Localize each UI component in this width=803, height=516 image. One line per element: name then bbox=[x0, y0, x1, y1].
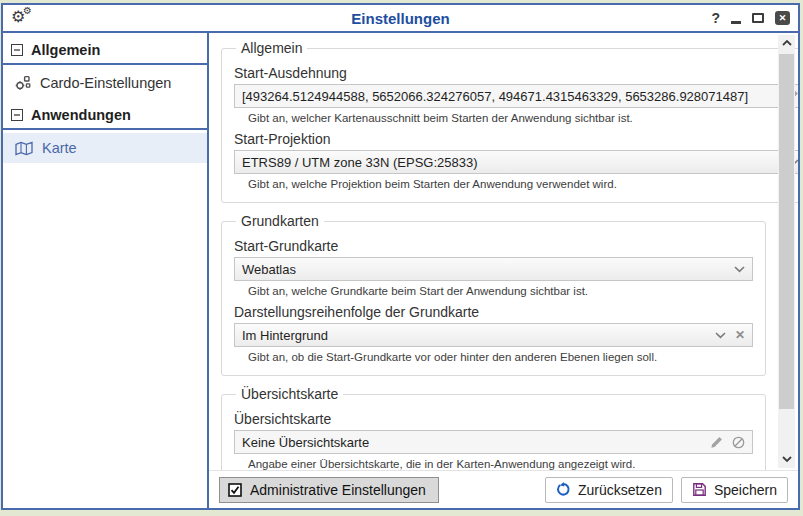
section-legend: Grundkarten bbox=[236, 214, 324, 229]
map-icon bbox=[15, 141, 33, 156]
close-icon: ✕ bbox=[779, 13, 787, 23]
undo-arrow-icon bbox=[556, 482, 571, 497]
field-label-start-ausdehnung: Start-Ausdehnung bbox=[234, 65, 798, 81]
collapse-minus-icon[interactable] bbox=[11, 109, 23, 121]
section-legend: Allgemein bbox=[236, 41, 307, 56]
field-help: Gibt an, welcher Kartenausschnitt beim S… bbox=[248, 112, 798, 124]
sidebar-group-allgemein[interactable]: Allgemein bbox=[3, 36, 207, 65]
field-help: Gibt an, welche Projektion beim Starten … bbox=[248, 178, 798, 190]
field-value: Keine Übersichtskarte bbox=[242, 435, 369, 450]
settings-dialog: ⚙ ⚙ Einstellungen ? ✕ Allgemein bbox=[1, 3, 800, 510]
field-label-start-grundkarte: Start-Grundkarte bbox=[234, 238, 753, 254]
sidebar-item-karte[interactable]: Karte bbox=[3, 133, 207, 163]
toggle-label: Administrative Einstellungen bbox=[250, 482, 426, 498]
chevron-down-icon[interactable] bbox=[715, 332, 726, 339]
field-help: Gibt an, ob die Start-Grundkarte vor ode… bbox=[248, 351, 753, 363]
start-grundkarte-dropdown[interactable]: Webatlas bbox=[234, 257, 753, 281]
scrollbar-thumb[interactable] bbox=[779, 54, 794, 409]
gears-branch-icon bbox=[15, 75, 31, 91]
field-value: [493264.5124944588, 5652066.324276057, 4… bbox=[242, 89, 748, 104]
minimize-button[interactable] bbox=[731, 21, 741, 24]
scroll-down-button[interactable] bbox=[778, 451, 795, 467]
chevron-up-icon bbox=[782, 40, 792, 46]
section-allgemein: Allgemein Start-Ausdehnung [493264.51249… bbox=[221, 41, 798, 203]
dropdown-selected-value: Im Hintergrund bbox=[242, 328, 328, 343]
settings-main-panel: Allgemein Start-Ausdehnung [493264.51249… bbox=[209, 33, 798, 508]
field-help: Angabe einer Übersichtskarte, die in der… bbox=[248, 458, 753, 470]
titlebar[interactable]: ⚙ ⚙ Einstellungen ? ✕ bbox=[3, 5, 798, 33]
window-controls: ? ✕ bbox=[711, 10, 790, 26]
help-button[interactable]: ? bbox=[711, 10, 720, 26]
save-button-label: Speichern bbox=[714, 482, 777, 498]
vertical-scrollbar[interactable] bbox=[778, 35, 795, 468]
field-label-uebersichtskarte: Übersichtskarte bbox=[234, 411, 753, 427]
field-label-start-projektion: Start-Projektion bbox=[234, 131, 798, 147]
sidebar-item-label: Karte bbox=[42, 140, 77, 156]
reset-button[interactable]: Zurücksetzen bbox=[545, 477, 673, 503]
gears-icon: ⚙ ⚙ bbox=[11, 7, 35, 29]
darstellungsreihenfolge-dropdown[interactable]: Im Hintergrund ✕ bbox=[234, 323, 753, 347]
maximize-button[interactable] bbox=[752, 13, 764, 23]
clear-x-icon[interactable]: ✕ bbox=[735, 329, 745, 341]
dropdown-selected-value: ETRS89 / UTM zone 33N (EPSG:25833) bbox=[242, 155, 478, 170]
checked-checkbox-icon bbox=[228, 483, 242, 497]
start-ausdehnung-input[interactable]: [493264.5124944588, 5652066.324276057, 4… bbox=[234, 84, 798, 108]
field-label-darstellungsreihenfolge: Darstellungsreihenfolge der Grundkarte bbox=[234, 304, 753, 320]
collapse-minus-icon[interactable] bbox=[11, 44, 23, 56]
settings-content: Allgemein Start-Ausdehnung [493264.51249… bbox=[209, 33, 798, 470]
gear-glyph-small: ⚙ bbox=[23, 6, 32, 16]
sidebar-item-label: Cardo-Einstellungen bbox=[40, 75, 171, 91]
scroll-up-button[interactable] bbox=[778, 35, 795, 51]
pencil-icon[interactable] bbox=[710, 436, 723, 449]
reset-button-label: Zurücksetzen bbox=[578, 482, 662, 498]
section-uebersichtskarte: Übersichtskarte Übersichtskarte Keine Üb… bbox=[221, 387, 766, 470]
settings-sidebar: Allgemein Cardo-Einstellungen bbox=[3, 33, 209, 508]
sidebar-group-label: Allgemein bbox=[31, 42, 100, 58]
save-button[interactable]: Speichern bbox=[681, 477, 788, 503]
no-entry-icon[interactable] bbox=[732, 436, 745, 449]
chevron-down-icon[interactable] bbox=[734, 266, 745, 273]
section-grundkarten: Grundkarten Start-Grundkarte Webatlas Gi… bbox=[221, 214, 766, 376]
close-button[interactable]: ✕ bbox=[775, 11, 790, 25]
footer-toolbar: Administrative Einstellungen Zurücksetze… bbox=[209, 470, 798, 508]
dropdown-selected-value: Webatlas bbox=[242, 262, 296, 277]
start-projektion-dropdown[interactable]: ETRS89 / UTM zone 33N (EPSG:25833) bbox=[234, 150, 798, 174]
sidebar-group-anwendungen[interactable]: Anwendungen bbox=[3, 101, 207, 130]
administrative-settings-toggle[interactable]: Administrative Einstellungen bbox=[219, 477, 439, 503]
field-help: Gibt an, welche Grundkarte beim Start de… bbox=[248, 285, 753, 297]
section-legend: Übersichtskarte bbox=[236, 387, 343, 402]
uebersichtskarte-input[interactable]: Keine Übersichtskarte bbox=[234, 430, 753, 454]
chevron-down-icon bbox=[782, 456, 792, 462]
window-title: Einstellungen bbox=[3, 10, 798, 27]
sidebar-group-label: Anwendungen bbox=[31, 107, 131, 123]
floppy-disk-icon bbox=[692, 482, 707, 497]
sidebar-item-cardo-einstellungen[interactable]: Cardo-Einstellungen bbox=[3, 68, 207, 98]
